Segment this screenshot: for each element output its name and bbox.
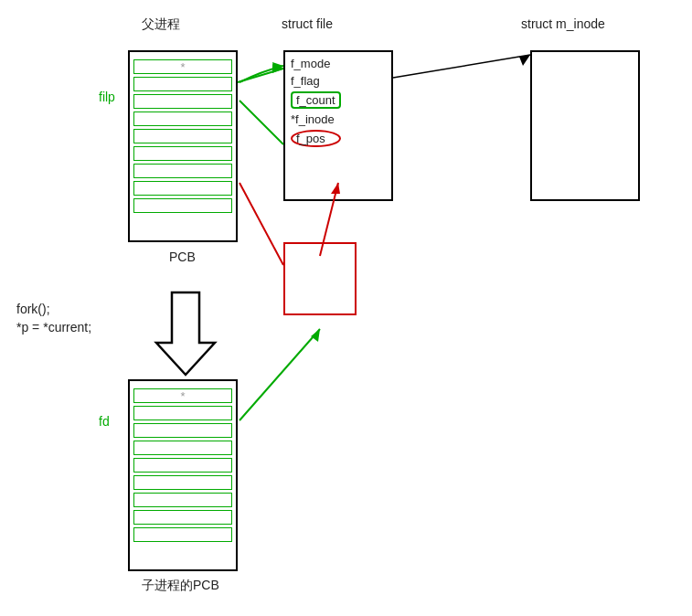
parent-pcb-row-2 (133, 77, 232, 91)
svg-line-4 (393, 55, 530, 78)
child-pcb-rows: * (133, 388, 232, 542)
fork-label: fork(); (16, 302, 50, 316)
parent-pcb-row-6 (133, 146, 232, 161)
child-pcb-row-9 (133, 527, 232, 542)
filp-label: filp (99, 90, 115, 104)
parent-pcb-box: * (128, 50, 238, 242)
svg-line-10 (240, 329, 320, 420)
svg-line-1 (238, 69, 283, 82)
parent-process-label: 父进程 (142, 16, 180, 33)
struct-file-box: f_mode f_flag f_count *f_inode f_pos (283, 50, 393, 201)
child-pcb-row-7 (133, 493, 232, 507)
parent-pcb-row-5 (133, 129, 232, 143)
child-pcb-row-5 (133, 458, 232, 473)
red-box (283, 242, 357, 315)
f-flag-field: f_flag (291, 74, 341, 88)
parent-pcb-rows: * (133, 59, 232, 213)
svg-marker-3 (272, 62, 283, 71)
child-pcb-row-1: * (133, 388, 232, 403)
child-pcb-row-3 (133, 423, 232, 438)
svg-marker-0 (156, 292, 215, 375)
child-pcb-row-2 (133, 406, 232, 420)
struct-minode-box (530, 50, 640, 201)
child-pcb-box: * (128, 379, 238, 571)
parent-pcb-row-8 (133, 181, 232, 196)
child-pcb-row-6 (133, 475, 232, 490)
struct-file-label: struct file (282, 16, 333, 31)
f-inode-field: *f_inode (291, 112, 341, 126)
parent-pcb-row-9 (133, 198, 232, 213)
svg-marker-2 (272, 64, 283, 73)
struct-minode-label: struct m_inode (521, 16, 605, 31)
svg-line-9 (240, 183, 283, 265)
f-count-field: f_count (291, 91, 341, 109)
f-mode-field: f_mode (291, 57, 341, 70)
parent-pcb-row-3 (133, 94, 232, 109)
parent-pcb-row-4 (133, 112, 232, 126)
svg-marker-5 (519, 55, 530, 66)
child-pcb-label: 子进程的PCB (142, 578, 219, 594)
child-pcb-row-8 (133, 510, 232, 525)
parent-pcb-row-1: * (133, 59, 232, 74)
f-pos-field: f_pos (291, 130, 341, 147)
parent-pcb-row-7 (133, 164, 232, 178)
svg-line-6 (240, 101, 283, 144)
diagram: 父进程 * filp PCB f_mode f_flag f_count *f_… (0, 0, 692, 616)
svg-marker-11 (311, 329, 320, 342)
struct-file-fields: f_mode f_flag f_count *f_inode f_pos (291, 57, 341, 147)
fd-label: fd (99, 414, 110, 429)
pcb-label: PCB (169, 250, 196, 264)
pcopy-label: *p = *current; (16, 320, 91, 335)
child-pcb-row-4 (133, 441, 232, 455)
